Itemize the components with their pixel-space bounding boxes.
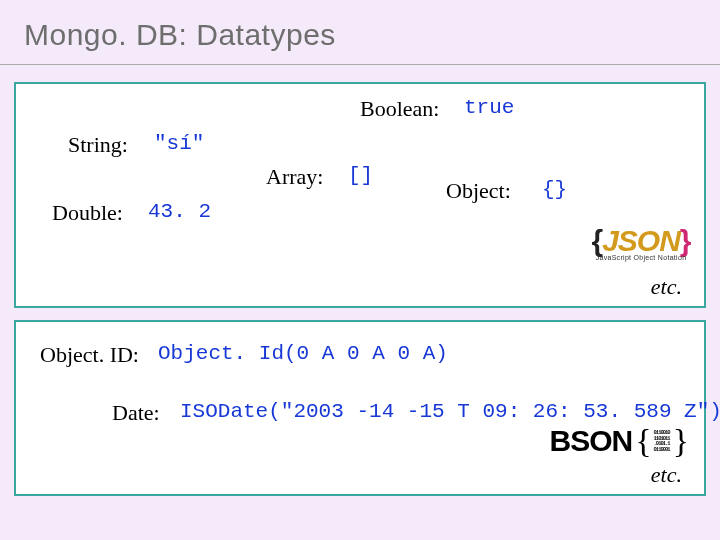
date-value: ISODate("2003 -14 -15 T 09: 26: 53. 589 … xyxy=(180,400,720,423)
json-logo: {JSON} JavaScript Object Notation xyxy=(590,224,692,266)
page-title: Mongo. DB: Datatypes xyxy=(24,18,336,52)
objectid-value: Object. Id(0 A 0 A 0 A) xyxy=(158,342,448,365)
json-logo-text: JSON xyxy=(602,224,680,257)
bson-types-panel: Object. ID: Object. Id(0 A 0 A 0 A) Date… xyxy=(14,320,706,496)
datatype-date: Date: ISODate("2003 -14 -15 T 09: 26: 53… xyxy=(112,400,160,426)
datatype-double: Double: 43. 2 xyxy=(52,200,123,226)
object-value: {} xyxy=(542,178,567,201)
bson-logo-text: BSON xyxy=(550,424,633,458)
double-label: Double: xyxy=(52,200,123,225)
datatype-objectid: Object. ID: Object. Id(0 A 0 A 0 A) xyxy=(40,342,139,368)
array-label: Array: xyxy=(266,164,323,189)
date-label: Date: xyxy=(112,400,160,425)
string-label: String: xyxy=(68,132,128,157)
datatype-array: Array: [] xyxy=(266,164,323,190)
brace-left-icon: { xyxy=(635,422,650,460)
etc-label-bottom: etc. xyxy=(651,462,682,488)
json-types-panel: Boolean: true String: "sí" Array: [] Obj… xyxy=(14,82,706,308)
double-value: 43. 2 xyxy=(148,200,211,223)
datatype-string: String: "sí" xyxy=(68,132,128,158)
object-label: Object: xyxy=(446,178,511,203)
binary-bits-icon: 0110010 1101011 .0101.1 0110001 xyxy=(654,430,670,452)
boolean-value: true xyxy=(464,96,514,119)
boolean-label: Boolean: xyxy=(360,96,439,121)
brace-right-icon: } xyxy=(680,224,691,257)
objectid-label: Object. ID: xyxy=(40,342,139,367)
etc-label-top: etc. xyxy=(651,274,682,300)
title-underline xyxy=(0,64,720,65)
bson-logo: BSON { 0110010 1101011 .0101.1 0110001 } xyxy=(550,422,688,460)
datatype-object: Object: {} xyxy=(446,178,511,204)
json-logo-subtitle: JavaScript Object Notation xyxy=(590,254,692,261)
slide: Mongo. DB: Datatypes Boolean: true Strin… xyxy=(0,0,720,540)
brace-left-icon: { xyxy=(591,224,602,257)
string-value: "sí" xyxy=(154,132,204,155)
array-value: [] xyxy=(348,164,373,187)
brace-right-icon: } xyxy=(673,422,688,460)
datatype-boolean: Boolean: true xyxy=(360,96,439,122)
